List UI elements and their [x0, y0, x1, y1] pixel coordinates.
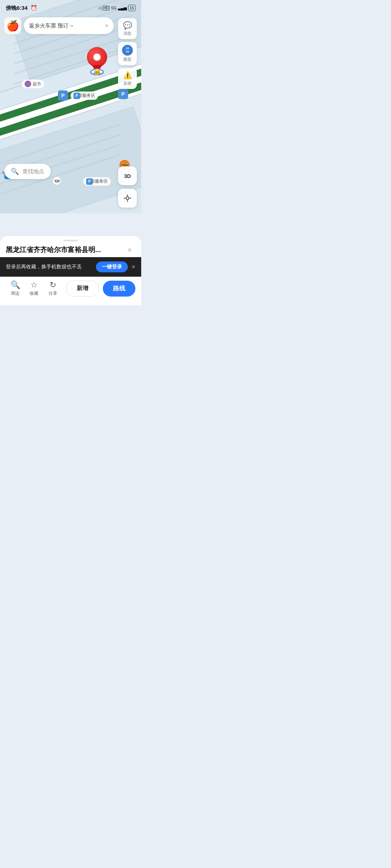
- login-toast: 登录后再收藏，换手机数据也不丢 一键登录 ×: [0, 257, 141, 277]
- parking-small-icon: P: [73, 93, 80, 99]
- favorite-label: 收藏: [30, 290, 38, 297]
- svg-point-0: [126, 197, 129, 200]
- drag-handle: [63, 240, 78, 241]
- parking-icon-top-2: P: [118, 89, 128, 99]
- signal-icon: ▃▄▅: [118, 6, 127, 10]
- logo-emoji: 🍎: [7, 20, 19, 32]
- 3d-button[interactable]: 3D: [118, 166, 137, 185]
- alarm-icon: ⏰: [30, 5, 37, 11]
- add-button[interactable]: 新增: [66, 281, 99, 297]
- message-icon: 💬: [123, 21, 132, 30]
- feedback-button[interactable]: ⚠️ 反馈: [118, 68, 137, 89]
- service-area-label-bottom: P 富裕服务区: [83, 177, 111, 186]
- status-icons: ◁ HD 5G ▃▄▅ 15: [98, 5, 135, 11]
- pin-circle: [87, 47, 107, 67]
- location-close-button[interactable]: ×: [124, 244, 135, 256]
- layer-label: 图层: [123, 57, 131, 62]
- search-input-area[interactable]: 返乡火车票 预订→ ×: [24, 17, 114, 34]
- service-area-label-top: P 富裕服务区: [71, 92, 98, 100]
- location-title-row: 黑龙江省齐齐哈尔市富裕县明... ×: [0, 244, 141, 257]
- parking-icon-top-1: P: [58, 90, 68, 101]
- pin-dot: [93, 54, 101, 61]
- status-bar: 傍晚6:34 ⏰ ◁ HD 5G ▃▄▅ 15: [0, 0, 141, 16]
- location-icon: [123, 194, 132, 203]
- nav-nearby[interactable]: 🔍 周边: [6, 280, 25, 297]
- status-time: 傍晚6:34 ⏰: [6, 5, 37, 12]
- one-click-login-button[interactable]: 一键登录: [96, 261, 128, 272]
- nearby-label: 周边: [11, 290, 20, 297]
- battery-icon: 15: [128, 5, 135, 11]
- app-logo: 🍎: [4, 17, 21, 34]
- message-label: 消息: [123, 31, 131, 36]
- favorite-icon: ☆: [30, 280, 38, 290]
- nav-favorite[interactable]: ☆ 收藏: [25, 280, 43, 297]
- search-icon: 🔍: [11, 167, 19, 175]
- feedback-label: 反馈: [123, 81, 131, 86]
- location-title: 黑龙江省齐齐哈尔市富裕县明...: [6, 245, 101, 255]
- search-bar-top: 🍎 返乡火车票 预订→ ×: [4, 17, 114, 34]
- side-buttons: 💬 消息 2022 图层 ⚠️ 反馈: [118, 18, 137, 89]
- location-button[interactable]: [118, 189, 137, 208]
- search-clear-button[interactable]: ×: [105, 22, 109, 30]
- search-text: 返乡火车票 预订→: [29, 22, 105, 29]
- share-label: 分享: [49, 290, 57, 297]
- supermarket-icon: 🛒: [25, 81, 31, 87]
- feedback-icon: ⚠️: [123, 71, 132, 80]
- share-icon: ↻: [50, 280, 56, 290]
- map-controls: 3D: [118, 166, 137, 208]
- nearby-icon: 🔍: [10, 280, 20, 290]
- nav-icon: ◁: [98, 6, 101, 10]
- parking-small-icon-2: P: [86, 178, 93, 185]
- food-icon: 🍽: [52, 176, 61, 185]
- bottom-search-bar[interactable]: 🔍 查找地点: [4, 164, 51, 179]
- bottom-panel: 黑龙江省齐齐哈尔市富裕县明... × 登录后再收藏，换手机数据也不丢 一键登录 …: [0, 236, 141, 305]
- layer-badge: 2022: [122, 45, 133, 56]
- supermarket-label: 🛒 超市: [22, 80, 44, 88]
- nav-share[interactable]: ↻ 分享: [43, 280, 62, 297]
- login-toast-close-button[interactable]: ×: [131, 263, 135, 271]
- location-pin: 😶: [87, 47, 107, 73]
- message-button[interactable]: 💬 消息: [118, 18, 137, 39]
- hd-icon: HD: [102, 6, 110, 10]
- pin-shadow: [90, 71, 104, 76]
- layer-button[interactable]: 2022 图层: [118, 42, 137, 65]
- network-icon: 5G: [111, 6, 117, 10]
- bottom-nav: 🔍 周边 ☆ 收藏 ↻ 分享 新增 路线: [0, 277, 141, 305]
- login-toast-text: 登录后再收藏，换手机数据也不丢: [6, 264, 92, 270]
- search-placeholder: 查找地点: [22, 168, 44, 175]
- route-button[interactable]: 路线: [103, 281, 135, 297]
